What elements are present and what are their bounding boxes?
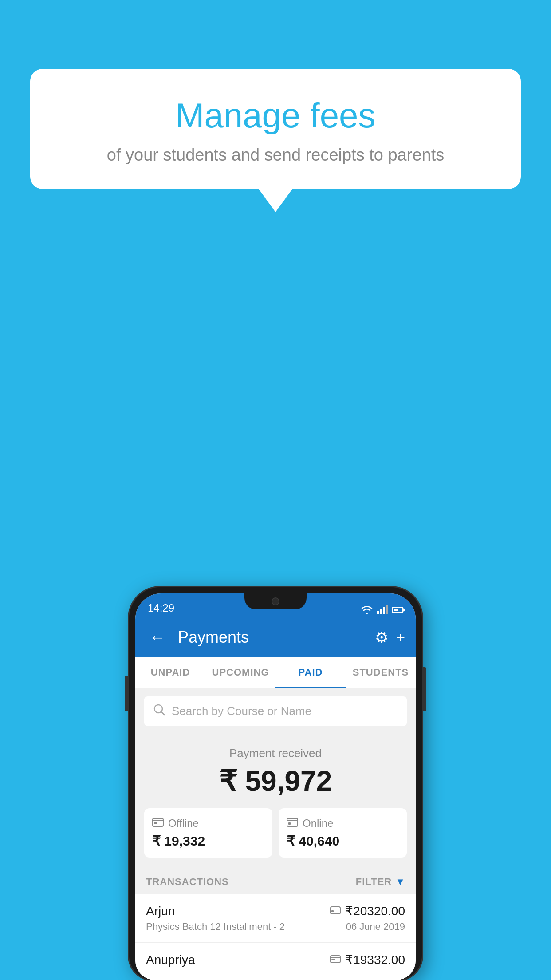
- battery-icon: [392, 607, 403, 613]
- svg-line-1: [161, 712, 165, 715]
- payment-received-label: Payment received: [144, 747, 407, 760]
- notch-camera: [272, 597, 279, 605]
- transaction-amount: ₹19332.00: [345, 952, 405, 967]
- online-card-header: Online: [287, 817, 399, 830]
- filter-label: FILTER: [356, 876, 392, 888]
- online-icon: [287, 817, 298, 830]
- tab-paid[interactable]: PAID: [276, 657, 346, 688]
- settings-icon[interactable]: ⚙: [375, 628, 388, 646]
- transaction-amount: ₹20320.00: [345, 904, 405, 918]
- online-amount: ₹ 40,640: [287, 833, 399, 849]
- transaction-bottom: Physics Batch 12 Installment - 2 06 June…: [146, 921, 405, 933]
- svg-rect-13: [331, 959, 335, 960]
- offline-label: Offline: [168, 817, 199, 830]
- tabs-container: UNPAID UPCOMING PAID STUDENTS: [135, 657, 416, 688]
- payment-type-icon: [330, 954, 341, 966]
- offline-card: Offline ₹ 19,332: [144, 808, 272, 858]
- speech-bubble: Manage fees of your students and send re…: [30, 69, 521, 189]
- search-icon: [153, 703, 165, 719]
- tab-upcoming[interactable]: UPCOMING: [205, 657, 276, 688]
- search-container: Search by Course or Name: [135, 688, 416, 734]
- transactions-label: TRANSACTIONS: [146, 876, 229, 888]
- phone-notch: [244, 593, 307, 609]
- app-bar-title: Payments: [178, 628, 366, 647]
- app-bar-icons: ⚙ +: [375, 628, 405, 646]
- tab-unpaid[interactable]: UNPAID: [135, 657, 205, 688]
- offline-card-header: Offline: [152, 817, 264, 830]
- add-icon[interactable]: +: [396, 629, 405, 646]
- student-name: Arjun: [146, 904, 175, 918]
- bubble-subtitle: of your students and send receipts to pa…: [61, 146, 490, 165]
- phone-mockup: 14:29: [129, 587, 422, 980]
- back-button[interactable]: ←: [146, 624, 169, 650]
- filter-button[interactable]: FILTER ▼: [356, 876, 405, 888]
- svg-rect-5: [287, 818, 298, 826]
- status-time: 14:29: [148, 602, 174, 614]
- bubble-title: Manage fees: [61, 95, 490, 136]
- signal-bars-icon: [377, 605, 388, 614]
- payment-cards: Offline ₹ 19,332: [144, 808, 407, 858]
- online-card: Online ₹ 40,640: [279, 808, 407, 858]
- payment-summary: Payment received ₹ 59,972: [135, 734, 416, 866]
- svg-rect-4: [154, 822, 157, 824]
- payment-type-icon: [330, 905, 341, 917]
- offline-icon: [152, 817, 164, 830]
- amount-wrap: ₹20320.00: [330, 904, 405, 918]
- svg-rect-10: [331, 910, 334, 912]
- transaction-date: 06 June 2019: [346, 921, 405, 933]
- phone-inner: 14:29: [135, 593, 416, 980]
- svg-rect-7: [288, 822, 291, 825]
- payment-amount: ₹ 59,972: [144, 765, 407, 798]
- search-bar[interactable]: Search by Course or Name: [144, 696, 407, 726]
- speech-bubble-container: Manage fees of your students and send re…: [30, 69, 521, 189]
- online-label: Online: [303, 817, 333, 830]
- amount-wrap: ₹19332.00: [330, 952, 405, 967]
- wifi-icon: [361, 605, 373, 614]
- app-bar: ← Payments ⚙ +: [135, 618, 416, 657]
- table-row[interactable]: Anupriya ₹19332.00: [135, 943, 416, 980]
- tab-students[interactable]: STUDENTS: [346, 657, 416, 688]
- transaction-list: Arjun ₹20320.00: [135, 894, 416, 980]
- transactions-header: TRANSACTIONS FILTER ▼: [135, 866, 416, 894]
- svg-rect-2: [153, 818, 163, 826]
- student-name: Anupriya: [146, 953, 195, 967]
- transaction-top: Anupriya ₹19332.00: [146, 952, 405, 967]
- status-icons: [361, 605, 403, 614]
- phone-outer: 14:29: [129, 587, 422, 980]
- transaction-course: Physics Batch 12 Installment - 2: [146, 921, 285, 933]
- filter-icon: ▼: [395, 876, 405, 888]
- search-placeholder: Search by Course or Name: [172, 704, 311, 718]
- table-row[interactable]: Arjun ₹20320.00: [135, 894, 416, 943]
- transaction-top: Arjun ₹20320.00: [146, 904, 405, 918]
- offline-amount: ₹ 19,332: [152, 833, 264, 849]
